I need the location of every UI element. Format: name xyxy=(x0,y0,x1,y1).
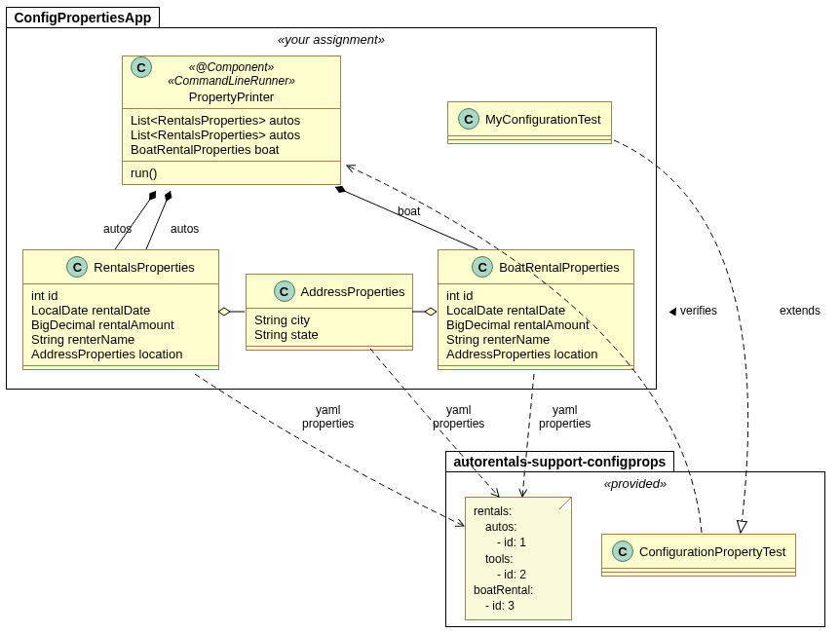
class-property-printer: «@Component» «CommandLineRunner» C Prope… xyxy=(122,56,341,185)
class-name-boat: BoatRentalProperties xyxy=(499,260,620,275)
label-verifies: verifies xyxy=(680,304,717,317)
class-name-property-printer: PropertyPrinter xyxy=(123,88,340,108)
label-extends: extends xyxy=(780,304,821,317)
class-my-configuration-test: C MyConfigurationTest xyxy=(447,101,612,144)
package-tab-main: ConfigPropertiesApp xyxy=(6,7,161,27)
rentals-attrs: int id LocalDate rentalDate BigDecimal r… xyxy=(23,284,218,365)
package-stereo-main: «your assignment» xyxy=(7,28,656,49)
label-yaml-1: yamlproperties xyxy=(302,403,354,431)
class-boat-rental-properties: C BoatRentalProperties int id LocalDate … xyxy=(438,249,634,370)
label-yaml-3: yamlproperties xyxy=(539,403,591,431)
class-icon: C xyxy=(131,56,152,78)
class-icon: C xyxy=(612,541,633,562)
class-name-configproptest: ConfigurationPropertyTest xyxy=(639,544,785,559)
class-icon: C xyxy=(66,256,88,278)
package-tab-support: autorentals-support-configprops xyxy=(445,451,675,471)
address-attrs: String city String state xyxy=(247,309,412,346)
label-autos-2: autos xyxy=(171,222,199,236)
label-boat: boat xyxy=(398,205,420,218)
class-icon: C xyxy=(458,108,479,130)
class-rentals-properties: C RentalsProperties int id LocalDate ren… xyxy=(22,249,219,370)
note-yaml: rentals: autos: - id: 1 tools: - id: 2 b… xyxy=(465,497,572,620)
class-name-address: AddressProperties xyxy=(301,284,405,299)
class-configuration-property-test: C ConfigurationPropertyTest xyxy=(601,534,796,577)
class-address-properties: C AddressProperties String city String s… xyxy=(246,274,413,351)
class-name-myconfigtest: MyConfigurationTest xyxy=(485,112,601,127)
class-icon: C xyxy=(274,280,295,302)
label-autos-1: autos xyxy=(103,222,132,236)
class-icon: C xyxy=(472,256,493,278)
label-yaml-2: yamlproperties xyxy=(433,403,484,431)
note-fold-icon xyxy=(559,498,571,509)
boat-attrs: int id LocalDate rentalDate BigDecimal r… xyxy=(439,284,633,365)
property-printer-attrs: List<RentalsProperties> autos List<Renta… xyxy=(123,109,340,161)
property-printer-ops: run() xyxy=(123,162,340,184)
package-stereo-support: «provided» xyxy=(446,472,824,493)
class-name-rentals: RentalsProperties xyxy=(94,260,194,275)
